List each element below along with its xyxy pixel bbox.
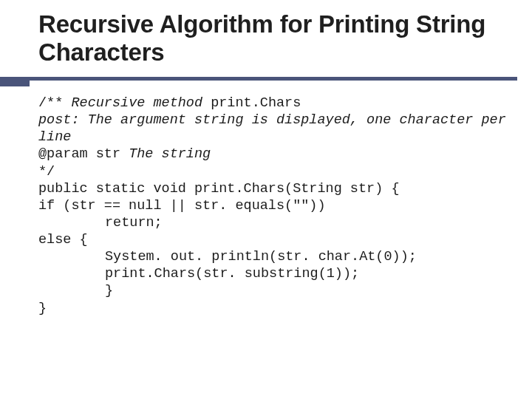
code-line-12: } [38,301,47,316]
code-line-2: post: The argument string is displayed, … [38,112,514,145]
title-underline [0,77,532,87]
code-line-10: print.Chars(str. substring(1)); [105,266,359,282]
code-line-4: */ [38,164,55,180]
code-line-7: return; [105,215,163,231]
code-line-5: public static void print.Chars(String st… [38,181,399,197]
code-line-8: else { [38,232,88,248]
code-body: /** Recursive method print.Chars post: T… [38,95,510,317]
title-block: Recursive Algorithm for Printing String … [0,0,532,66]
code-line-9: System. out. println(str. char.At(0)); [105,249,417,265]
underline-bar [0,77,517,81]
accent-block [0,77,30,86]
code-line-1a: /** [38,95,71,111]
code-line-6: if (str == null || str. equals("")) [38,198,326,214]
code-line-11: } [105,283,113,299]
code-line-3a: @param [38,146,96,162]
code-line-3c: The string [129,146,211,162]
code-line-1c: print.Chars [202,95,301,111]
code-line-3b: str [96,146,129,162]
slide: Recursive Algorithm for Printing String … [0,0,532,399]
code-line-1b: Recursive method [71,95,202,111]
slide-title: Recursive Algorithm for Printing String … [38,10,517,66]
